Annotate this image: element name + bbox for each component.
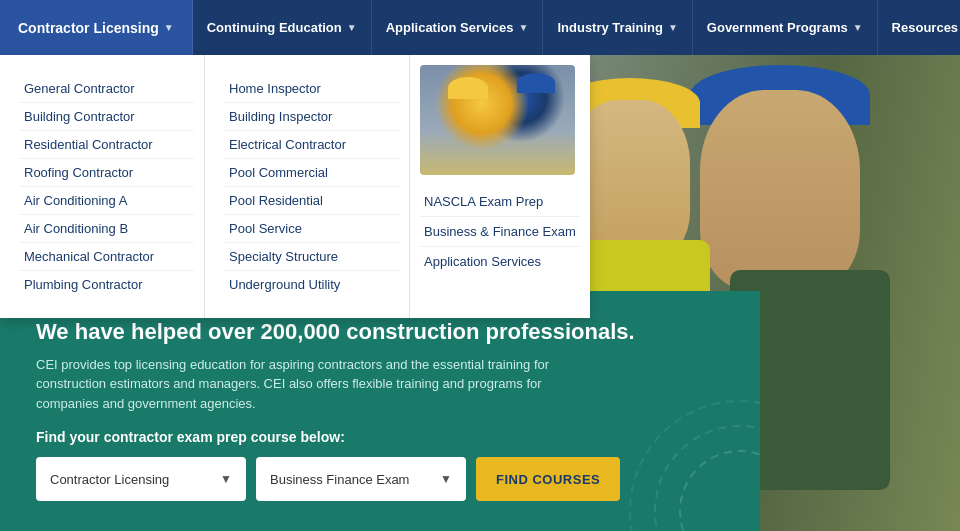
- dropdown-underground-utility[interactable]: Underground Utility: [225, 271, 399, 298]
- course-search-form: Contractor Licensing ▼ Business Finance …: [36, 457, 724, 501]
- nav-application-services[interactable]: Application Services ▼: [372, 0, 544, 55]
- select2-value: Business Finance Exam: [270, 472, 430, 487]
- chevron-down-icon: ▼: [519, 22, 529, 33]
- nav-contractor-licensing[interactable]: Contractor Licensing ▼: [0, 0, 193, 55]
- hero-headline: We have helped over 200,000 construction…: [36, 319, 724, 345]
- dropdown-air-conditioning-b[interactable]: Air Conditioning B: [20, 215, 194, 243]
- worker-face-right: [700, 90, 860, 290]
- dropdown-air-conditioning-a[interactable]: Air Conditioning A: [20, 187, 194, 215]
- dropdown-building-contractor[interactable]: Building Contractor: [20, 103, 194, 131]
- dropdown-residential-contractor[interactable]: Residential Contractor: [20, 131, 194, 159]
- chevron-down-icon: ▼: [668, 22, 678, 33]
- dropdown-plumbing-contractor[interactable]: Plumbing Contractor: [20, 271, 194, 298]
- nav-government-programs[interactable]: Government Programs ▼: [693, 0, 878, 55]
- hard-hat-yellow: [448, 77, 488, 99]
- nav-continuing-education[interactable]: Continuing Education ▼: [193, 0, 372, 55]
- chevron-down-icon: ▼: [220, 472, 232, 486]
- contractor-licensing-select[interactable]: Contractor Licensing ▼: [36, 457, 246, 501]
- dropdown-roofing-contractor[interactable]: Roofing Contractor: [20, 159, 194, 187]
- dropdown-general-contractor[interactable]: General Contractor: [20, 75, 194, 103]
- dropdown-col-2: Home Inspector Building Inspector Electr…: [205, 55, 410, 318]
- hard-hat-blue: [517, 73, 555, 93]
- contractor-licensing-dropdown: General Contractor Building Contractor R…: [0, 55, 590, 318]
- select1-value: Contractor Licensing: [50, 472, 210, 487]
- dropdown-nascla-exam[interactable]: NASCLA Exam Prep: [420, 187, 580, 217]
- hero-body: CEI provides top licensing education for…: [36, 355, 596, 414]
- dropdown-right-panel: NASCLA Exam Prep Business & Finance Exam…: [410, 55, 590, 318]
- dropdown-home-inspector[interactable]: Home Inspector: [225, 75, 399, 103]
- find-label: Find your contractor exam prep course be…: [36, 429, 724, 445]
- info-card: We have helped over 200,000 construction…: [0, 291, 760, 532]
- nav-industry-training[interactable]: Industry Training ▼: [543, 0, 692, 55]
- dropdown-application-services[interactable]: Application Services: [420, 247, 580, 276]
- chevron-down-icon: ▼: [164, 22, 174, 33]
- nav-resources[interactable]: Resources ▼: [878, 0, 960, 55]
- dropdown-pool-service[interactable]: Pool Service: [225, 215, 399, 243]
- dropdown-specialty-structure[interactable]: Specialty Structure: [225, 243, 399, 271]
- dropdown-building-inspector[interactable]: Building Inspector: [225, 103, 399, 131]
- dropdown-business-finance[interactable]: Business & Finance Exam: [420, 217, 580, 247]
- dropdown-electrical-contractor[interactable]: Electrical Contractor: [225, 131, 399, 159]
- chevron-down-icon: ▼: [853, 22, 863, 33]
- dropdown-mechanical-contractor[interactable]: Mechanical Contractor: [20, 243, 194, 271]
- exam-type-select[interactable]: Business Finance Exam ▼: [256, 457, 466, 501]
- dropdown-col-1: General Contractor Building Contractor R…: [0, 55, 205, 318]
- main-nav: Contractor Licensing ▼ Continuing Educat…: [0, 0, 960, 55]
- chevron-down-icon: ▼: [440, 472, 452, 486]
- dropdown-pool-commercial[interactable]: Pool Commercial: [225, 159, 399, 187]
- chevron-down-icon: ▼: [347, 22, 357, 33]
- find-courses-button[interactable]: FIND COURSES: [476, 457, 620, 501]
- dropdown-construction-image: [420, 65, 575, 175]
- dropdown-pool-residential[interactable]: Pool Residential: [225, 187, 399, 215]
